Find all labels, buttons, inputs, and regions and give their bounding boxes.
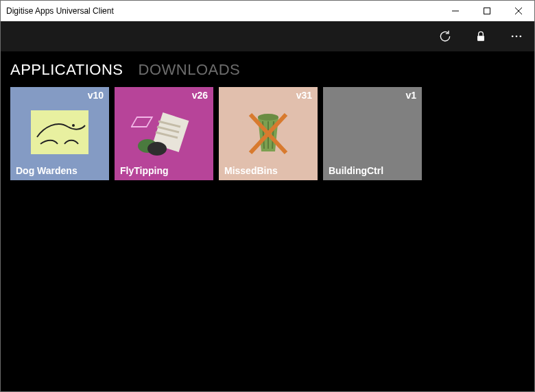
tab-downloads[interactable]: DOWNLOADS bbox=[139, 61, 241, 79]
minimize-button[interactable] bbox=[440, 1, 471, 21]
more-icon bbox=[510, 29, 523, 43]
dog-icon bbox=[27, 106, 93, 158]
tile-version: v10 bbox=[88, 90, 104, 101]
tile-missedbins[interactable]: v31 MissedBins bbox=[219, 87, 318, 180]
tile-art bbox=[235, 106, 301, 158]
tile-name: Dog Wardens bbox=[16, 165, 78, 176]
more-button[interactable] bbox=[508, 28, 525, 45]
tile-flytipping[interactable]: v26 FlyTipping bbox=[115, 87, 213, 180]
tab-applications[interactable]: APPLICATIONS bbox=[10, 61, 123, 79]
tile-version: v26 bbox=[192, 90, 208, 101]
close-button[interactable] bbox=[503, 1, 534, 21]
bin-crossed-icon bbox=[235, 106, 301, 158]
tile-version: v1 bbox=[405, 90, 416, 101]
svg-point-5 bbox=[512, 36, 514, 38]
tile-buildingctrl[interactable]: v1 BuildingCtrl bbox=[323, 87, 422, 180]
svg-point-17 bbox=[258, 114, 278, 121]
close-icon bbox=[515, 8, 522, 14]
refresh-button[interactable] bbox=[437, 28, 453, 45]
maximize-button[interactable] bbox=[471, 1, 503, 21]
tile-name: FlyTipping bbox=[120, 165, 169, 176]
tabs: APPLICATIONS DOWNLOADS bbox=[10, 61, 525, 79]
svg-point-15 bbox=[147, 142, 167, 156]
tile-name: BuildingCtrl bbox=[329, 165, 383, 176]
window-title: Digitise Apps Universal Client bbox=[6, 6, 114, 16]
lock-icon bbox=[474, 29, 488, 43]
refresh-icon bbox=[438, 29, 452, 43]
svg-rect-16 bbox=[132, 117, 152, 127]
lock-button[interactable] bbox=[473, 28, 489, 45]
window-controls bbox=[440, 1, 534, 21]
tile-dog-wardens[interactable]: v10 Dog Wardens bbox=[10, 87, 109, 180]
maximize-icon bbox=[484, 8, 490, 14]
tile-art bbox=[27, 106, 93, 158]
tile-name: MissedBins bbox=[224, 165, 278, 176]
svg-point-6 bbox=[516, 36, 518, 38]
tile-grid: v10 Dog Wardens v26 bbox=[10, 87, 525, 180]
titlebar[interactable]: Digitise Apps Universal Client bbox=[1, 1, 534, 21]
svg-rect-4 bbox=[477, 36, 484, 40]
svg-rect-1 bbox=[484, 8, 490, 14]
flytipping-icon bbox=[131, 106, 197, 158]
minimize-icon bbox=[452, 8, 459, 14]
svg-point-9 bbox=[72, 124, 75, 127]
window-frame: Digitise Apps Universal Client bbox=[0, 0, 535, 392]
app-toolbar bbox=[1, 21, 534, 51]
svg-rect-8 bbox=[31, 110, 88, 154]
tile-art bbox=[131, 106, 197, 158]
svg-point-7 bbox=[520, 36, 522, 38]
tile-version: v31 bbox=[296, 90, 312, 101]
content-area: APPLICATIONS DOWNLOADS v10 Dog Wardens bbox=[1, 51, 534, 391]
